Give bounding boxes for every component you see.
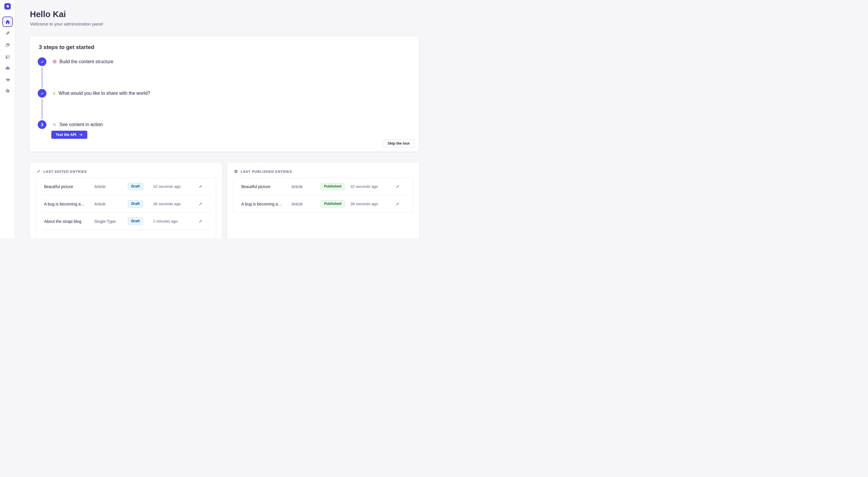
edit-entry-button[interactable] [197,200,204,208]
media-library-icon [5,43,10,47]
edit-entry-button[interactable] [394,183,401,191]
pencil-icon [396,184,400,189]
table-row: A bug is becoming a… Article Published 3… [234,195,413,212]
entry-time: 38 seconds ago [153,202,191,206]
entry-type: Article [291,202,315,206]
pencil-icon [199,202,203,206]
sidebar-item-home[interactable] [2,16,13,27]
step-connector [42,67,42,88]
layout-icon [5,55,10,59]
sidebar [0,0,15,238]
entry-time: 32 seconds ago [153,184,191,189]
page-subtitle: Welcome to your administration panel [30,22,103,26]
table-row: About the strapi blog Single-Type Draft … [36,213,216,230]
status-badge: Published [321,200,344,207]
pencil-icon [199,184,203,189]
table-row: A bug is becoming a… Article Draft 38 se… [36,195,216,212]
check-icon [40,91,44,96]
edit-entry-button[interactable] [197,183,204,191]
onboarding-title: 3 steps to get started [39,44,94,50]
last-edited-entries-card: LAST EDITED ENTRIES Beautiful picture Ar… [30,163,222,238]
check-circle-icon [234,170,238,173]
sidebar-item-cloud[interactable] [2,63,13,73]
brain-emoji [52,59,57,64]
entry-type: Article [94,202,118,206]
pencil-icon [199,219,203,223]
pencil-icon [37,170,40,173]
sidebar-item-marketplace[interactable] [2,74,13,85]
entry-type: Article [94,184,118,189]
status-badge: Published [321,183,344,190]
entry-time: 2 minutes ago [153,219,191,224]
edit-entry-button[interactable] [197,218,204,225]
entry-title: About the strapi blog [36,219,94,224]
step-2-indicator [38,89,46,98]
rocket-emoji [52,122,57,127]
status-badge: Draft [128,183,143,190]
gear-icon [5,89,10,93]
step-connector [42,99,42,119]
last-edited-header: LAST EDITED ENTRIES [37,170,87,173]
sidebar-item-settings[interactable] [2,86,13,96]
feather-icon [5,31,10,36]
entry-title: Beautiful picture [36,184,94,189]
sidebar-item-content-type-builder[interactable] [2,28,13,38]
strapi-logo[interactable] [4,3,11,9]
arrow-right-icon [79,133,83,137]
strapi-logo-icon [4,3,11,9]
entry-title: A bug is becoming a… [234,202,291,206]
entry-title: Beautiful picture [234,184,291,189]
last-published-table: Beautiful picture Article Published 32 s… [233,178,413,213]
page-title: Hello Kai [30,9,66,19]
table-row: Beautiful picture Article Published 32 s… [234,178,413,195]
status-badge: Draft [128,218,143,225]
entry-time: 32 seconds ago [350,184,388,189]
main-content: Hello Kai Welcome to your administration… [15,0,434,238]
cart-icon [5,77,10,82]
cloud-icon [5,66,10,71]
sidebar-item-content-manager[interactable] [2,52,13,62]
last-published-entries-card: LAST PUBLISHED ENTRIES Beautiful picture… [227,163,420,238]
edit-entry-button[interactable] [394,200,401,208]
status-badge: Draft [128,200,143,207]
step-3-indicator: 3 [38,120,46,129]
step-3-number: 3 [41,122,43,127]
home-icon [5,20,10,24]
entry-type: Article [291,184,315,189]
test-the-api-button[interactable]: Test the API [51,131,87,139]
entry-time: 38 seconds ago [350,202,388,206]
last-published-header: LAST PUBLISHED ENTRIES [234,170,292,173]
step-2-label: What would you like to share with the wo… [52,90,150,97]
zap-emoji [52,91,56,96]
skip-the-tour-button[interactable]: Skip the tour [383,139,415,147]
sidebar-item-media-library[interactable] [2,40,13,50]
table-row: Beautiful picture Article Draft 32 secon… [36,178,216,195]
step-1-indicator [38,57,46,66]
pencil-icon [396,202,400,206]
check-icon [40,60,44,64]
step-1-label: Build the content structure [52,59,114,65]
entry-type: Single-Type [94,219,118,224]
entry-title: A bug is becoming a… [36,202,94,206]
step-3-label: See content in action [52,122,103,128]
last-edited-table: Beautiful picture Article Draft 32 secon… [36,178,216,238]
onboarding-card: 3 steps to get started Build the content… [30,36,419,151]
sidebar-divider [0,13,15,14]
